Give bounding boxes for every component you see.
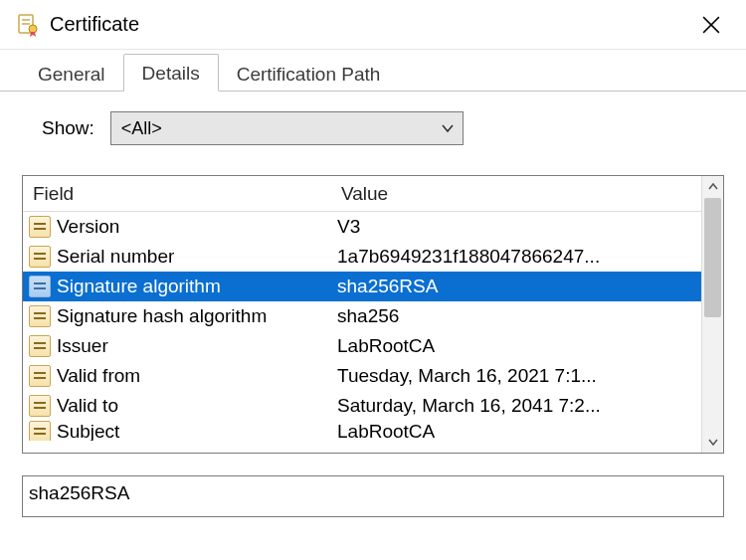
- list-row[interactable]: Signature algorithmsha256RSA: [23, 272, 701, 301]
- close-button[interactable]: [688, 2, 734, 48]
- field-label: Signature hash algorithm: [57, 305, 267, 327]
- list-header: Field Value: [23, 176, 701, 212]
- value-label: V3: [337, 216, 360, 238]
- show-dropdown[interactable]: <All>: [110, 111, 464, 145]
- list-row[interactable]: SubjectLabRootCA: [23, 421, 701, 441]
- certificate-dialog: Certificate General Details Certificatio…: [0, 0, 746, 560]
- field-label: Signature algorithm: [57, 276, 221, 297]
- cell-value: LabRootCA: [331, 421, 701, 441]
- cell-field: Serial number: [23, 246, 331, 268]
- cell-value: 1a7b6949231f188047866247...: [331, 246, 701, 268]
- certificate-icon: [16, 13, 40, 37]
- cell-value: Saturday, March 16, 2041 7:2...: [331, 395, 701, 417]
- list-row[interactable]: VersionV3: [23, 212, 701, 242]
- field-label: Subject: [57, 421, 119, 441]
- tab-content: Show: <All> Field Value VersionV3Serial …: [0, 92, 746, 517]
- cell-value: V3: [331, 216, 701, 238]
- field-label: Issuer: [57, 335, 108, 357]
- value-label: sha256RSA: [337, 276, 438, 297]
- cell-field: Issuer: [23, 335, 331, 357]
- value-label: Saturday, March 16, 2041 7:2...: [337, 395, 601, 417]
- value-label: sha256: [337, 305, 399, 327]
- tab-strip: General Details Certification Path: [0, 50, 746, 92]
- value-label: Tuesday, March 16, 2021 7:1...: [337, 365, 597, 387]
- scroll-up-button[interactable]: [702, 176, 723, 198]
- tab-details[interactable]: Details: [123, 54, 219, 92]
- scroll-thumb[interactable]: [704, 198, 721, 317]
- window-title: Certificate: [50, 13, 139, 36]
- scroll-track[interactable]: [702, 198, 723, 431]
- property-icon: [29, 276, 51, 297]
- field-list: Field Value VersionV3Serial number1a7b69…: [22, 175, 724, 454]
- tab-general[interactable]: General: [20, 56, 123, 92]
- show-filter-row: Show: <All>: [42, 111, 724, 145]
- cell-field: Subject: [23, 421, 331, 441]
- detail-value-text: sha256RSA: [29, 482, 129, 503]
- list-row[interactable]: IssuerLabRootCA: [23, 331, 701, 361]
- cell-field: Valid to: [23, 395, 331, 417]
- show-dropdown-value: <All>: [111, 118, 433, 139]
- column-header-value[interactable]: Value: [331, 176, 701, 211]
- value-label: LabRootCA: [337, 421, 435, 441]
- tab-certification-path[interactable]: Certification Path: [219, 56, 399, 92]
- cell-field: Valid from: [23, 365, 331, 387]
- cell-value: Tuesday, March 16, 2021 7:1...: [331, 365, 701, 387]
- field-label: Valid from: [57, 365, 140, 387]
- field-label: Valid to: [57, 395, 118, 417]
- property-icon: [29, 335, 51, 357]
- property-icon: [29, 421, 51, 441]
- value-label: 1a7b6949231f188047866247...: [337, 246, 600, 268]
- property-icon: [29, 395, 51, 417]
- field-label: Version: [57, 216, 119, 238]
- show-label: Show:: [42, 117, 94, 139]
- close-icon: [702, 16, 720, 34]
- chevron-down-icon: [433, 112, 463, 144]
- list-row[interactable]: Signature hash algorithmsha256: [23, 301, 701, 331]
- svg-point-3: [29, 25, 37, 33]
- list-row[interactable]: Valid fromTuesday, March 16, 2021 7:1...: [23, 361, 701, 391]
- scroll-down-button[interactable]: [702, 431, 723, 453]
- field-label: Serial number: [57, 246, 174, 268]
- cell-value: sha256RSA: [331, 276, 701, 297]
- column-header-field[interactable]: Field: [23, 176, 331, 211]
- property-icon: [29, 365, 51, 387]
- vertical-scrollbar[interactable]: [701, 176, 723, 453]
- property-icon: [29, 246, 51, 268]
- cell-field: Version: [23, 216, 331, 238]
- list-row[interactable]: Serial number1a7b6949231f188047866247...: [23, 242, 701, 272]
- cell-value: LabRootCA: [331, 335, 701, 357]
- property-icon: [29, 216, 51, 238]
- cell-value: sha256: [331, 305, 701, 327]
- list-row[interactable]: Valid toSaturday, March 16, 2041 7:2...: [23, 391, 701, 421]
- property-icon: [29, 305, 51, 327]
- cell-field: Signature algorithm: [23, 276, 331, 297]
- titlebar: Certificate: [0, 0, 746, 50]
- detail-value-box[interactable]: sha256RSA: [22, 475, 724, 517]
- value-label: LabRootCA: [337, 335, 435, 357]
- cell-field: Signature hash algorithm: [23, 305, 331, 327]
